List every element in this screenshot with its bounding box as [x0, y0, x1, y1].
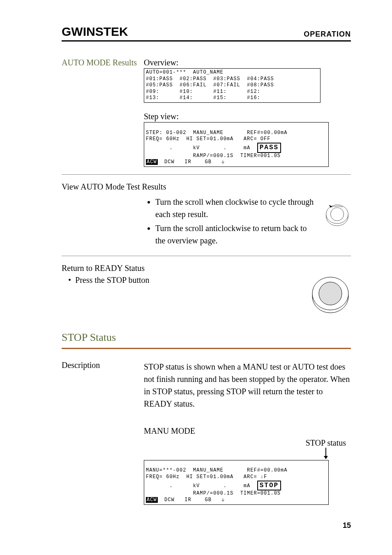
arrow-down-icon: [325, 448, 326, 458]
step-line-1: STEP: 01-002 MANU_NAME REF#=00.00mA: [146, 130, 287, 136]
divider: [62, 256, 351, 256]
other-modes-2: DCW IR GB: [158, 497, 212, 503]
arc-arrow: ↓F: [261, 474, 267, 480]
divider: [62, 174, 351, 175]
bullet-cw: Turn the scroll when clockwise to cycle …: [155, 196, 316, 220]
stepview-lcd: STEP: 01-002 MANU_NAME REF#=00.00mA FREQ…: [144, 122, 329, 167]
stop-button-icon: [310, 274, 351, 315]
description-text: STOP status is shown when a MANU test or…: [144, 361, 351, 410]
orange-divider: [62, 348, 351, 349]
svg-point-5: [319, 282, 342, 305]
return-ready-block: Return to READY Status • Press the STOP …: [62, 264, 351, 315]
ground-icon-2: ⏚: [221, 497, 225, 503]
description-label: Description: [62, 361, 144, 370]
ma-label: mA: [244, 145, 250, 151]
stop-status-heading: STOP Status: [62, 331, 351, 344]
overview-label: Overview:: [144, 58, 351, 67]
stop-description-block: Description STOP status is shown when a …: [62, 361, 351, 410]
view-results-heading: View AUTO Mode Test Results: [62, 182, 351, 192]
step-line-2: FREQ= 60Hz HI SET=01.00mA ARC= OFF: [146, 136, 270, 142]
view-results-bullets: Turn the scroll when clockwise to cycle …: [144, 196, 316, 248]
pass-badge: PASS: [257, 143, 281, 153]
top-bar: GWINSTEK OPERATION: [62, 25, 351, 42]
ground-icon: ⏚: [221, 159, 225, 165]
stepview-label: Step view:: [144, 112, 351, 121]
stop-bullet: • Press the STOP button: [68, 274, 310, 286]
stop-badge: STOP: [257, 481, 281, 491]
bullet-ccw: Turn the scroll anticlockwise to return …: [155, 222, 316, 247]
auto-mode-block: AUTO MODE Results Overview: AUTO=001-***…: [62, 58, 351, 167]
brand-logo: GWINSTEK: [62, 25, 128, 39]
page-number: 15: [62, 521, 351, 530]
view-results-block: View AUTO Mode Test Results Turn the scr…: [62, 182, 351, 248]
manu-line-2: FREQ= 60Hz HI SET=01.00mA ARC=: [146, 474, 261, 480]
acw-mode: ACW: [146, 159, 158, 165]
ramp-timer-2: RAMP/=000.1S TIMER=001.0S: [193, 490, 281, 496]
section-title: OPERATION: [304, 30, 351, 39]
return-ready-heading: Return to READY Status: [62, 264, 351, 273]
manu-stop-lcd: MANU=***-002 MANU_NAME REF#=00.00mA FREQ…: [144, 460, 329, 505]
scroll-knob-icon: [323, 196, 351, 233]
manu-line-1: MANU=***-002 MANU_NAME REF#=00.00mA: [146, 467, 287, 473]
overview-lcd: AUTO=001-*** AUTO_NAME #01:PASS #02:PASS…: [144, 68, 321, 103]
ramp-timer: RAMP/=000.1S TIMER=001.0S: [193, 153, 281, 159]
ma-label-2: mA: [244, 483, 250, 489]
kv-label-2: kV: [193, 483, 200, 489]
auto-mode-heading: AUTO MODE Results: [62, 58, 144, 67]
manu-mode-label: MANU MODE: [144, 426, 351, 436]
page-root: GWINSTEK OPERATION AUTO MODE Results Ove…: [0, 0, 392, 546]
other-modes: DCW IR GB: [158, 159, 212, 165]
kv-label: kV: [193, 145, 200, 151]
acw-mode-2: ACW: [146, 497, 158, 503]
stop-status-label: STOP status: [144, 438, 346, 448]
